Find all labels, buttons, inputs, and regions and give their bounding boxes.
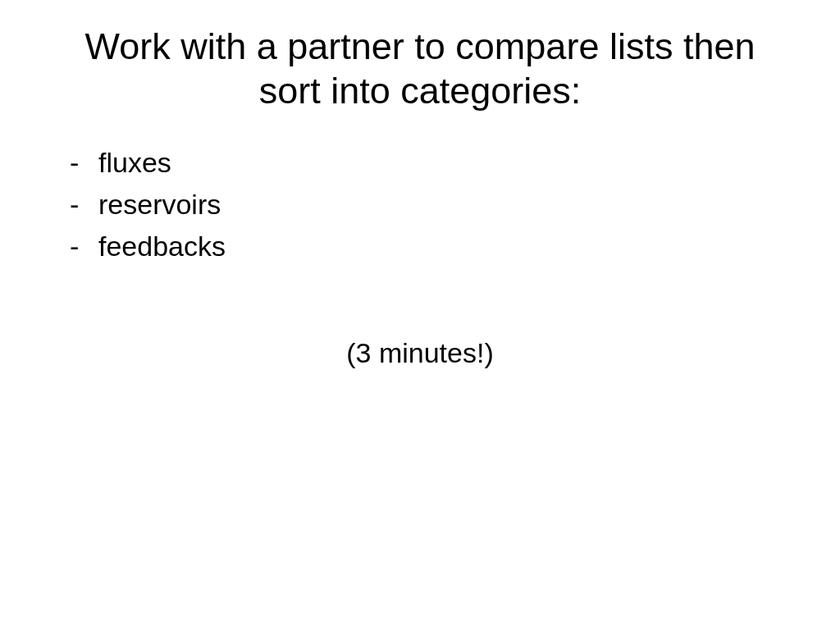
bullet-list: fluxes reservoirs feedbacks — [57, 142, 783, 267]
timer-text: (3 minutes!) — [57, 337, 783, 369]
slide-container: Work with a partner to compare lists the… — [0, 0, 840, 630]
list-item: fluxes — [70, 142, 783, 184]
list-item: feedbacks — [70, 226, 783, 267]
list-item: reservoirs — [70, 184, 783, 226]
slide-title: Work with a partner to compare lists the… — [57, 25, 783, 113]
